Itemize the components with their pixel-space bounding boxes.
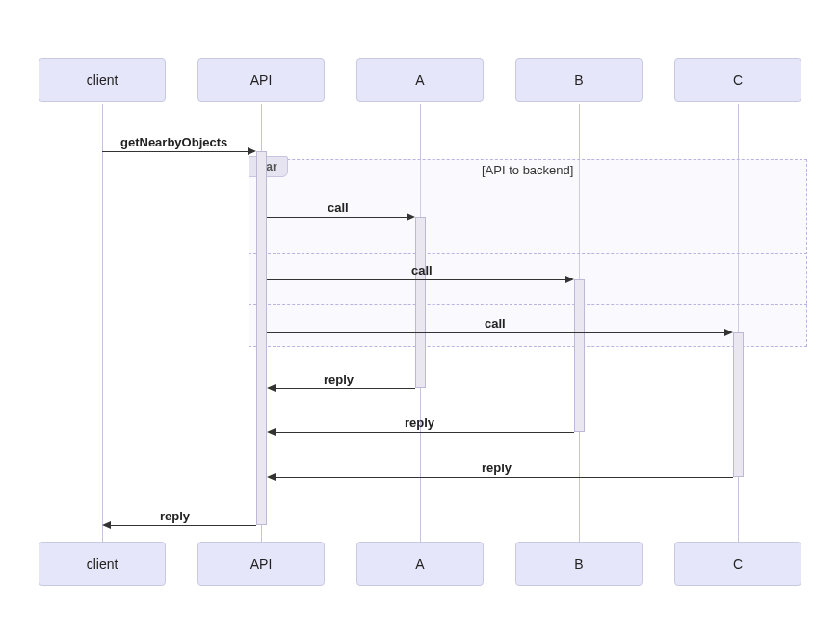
- par-condition-label: [API to backend]: [482, 163, 573, 177]
- msg-getNearbyObjects-line: [102, 151, 254, 152]
- msg-call-b-arrow: [565, 276, 574, 283]
- par-operator-tag: par: [249, 156, 288, 177]
- msg-getNearbyObjects-label: getNearbyObjects: [120, 135, 227, 149]
- msg-call-a-arrow: [407, 213, 415, 221]
- msg-reply-b-label: reply: [405, 415, 434, 430]
- msg-reply-a-line: [269, 388, 415, 389]
- msg-reply-client-label: reply: [160, 509, 190, 523]
- msg-reply-c-arrow: [267, 473, 276, 481]
- participant-api-bottom: API: [197, 542, 325, 586]
- msg-call-b-label: call: [411, 263, 433, 278]
- participant-a-bottom: A: [356, 542, 484, 586]
- msg-reply-client-line: [105, 525, 256, 526]
- par-divider-1: [249, 253, 807, 254]
- activation-api: [256, 151, 267, 525]
- msg-call-c-arrow: [724, 329, 733, 336]
- msg-reply-a-arrow: [267, 384, 276, 392]
- msg-call-c-label: call: [485, 316, 506, 331]
- msg-reply-c-label: reply: [482, 461, 512, 475]
- participant-client-bottom: client: [39, 542, 166, 586]
- participant-b-bottom: B: [515, 542, 643, 586]
- msg-reply-b-line: [269, 432, 574, 433]
- participant-client-top: client: [39, 58, 166, 102]
- msg-getNearbyObjects-arrow: [248, 147, 256, 155]
- activation-c: [733, 332, 744, 477]
- par-divider-2: [249, 304, 807, 305]
- participant-c-top: C: [674, 58, 801, 102]
- msg-reply-b-arrow: [267, 428, 276, 436]
- msg-call-a-label: call: [328, 200, 349, 215]
- lifeline-client: [102, 104, 103, 542]
- participant-api-top: API: [197, 58, 325, 102]
- participant-b-top: B: [515, 58, 643, 102]
- msg-reply-client-arrow: [102, 521, 111, 529]
- msg-reply-a-label: reply: [324, 372, 354, 386]
- msg-reply-c-line: [269, 477, 733, 478]
- msg-call-a-line: [267, 217, 413, 218]
- activation-b: [574, 279, 585, 432]
- msg-call-c-line: [267, 332, 731, 333]
- activation-a: [415, 217, 426, 388]
- participant-c-bottom: C: [674, 542, 801, 586]
- msg-call-b-line: [267, 279, 572, 280]
- participant-a-top: A: [356, 58, 484, 102]
